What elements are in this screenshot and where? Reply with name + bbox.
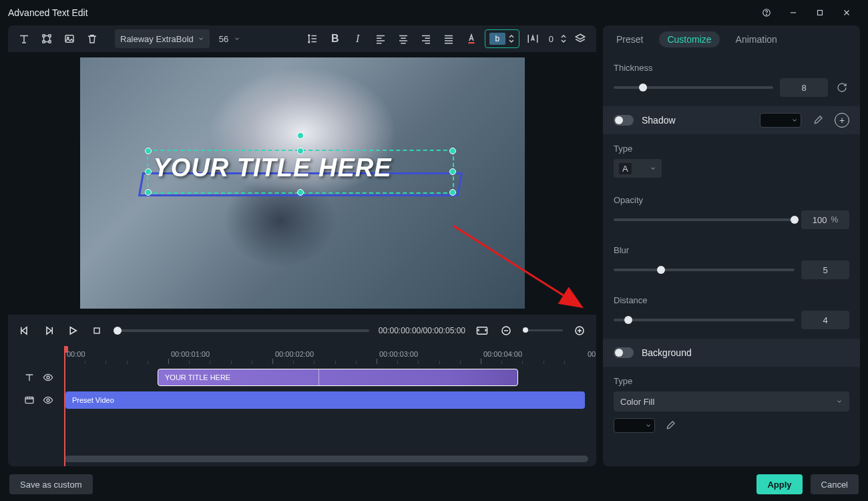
- italic-button[interactable]: I: [349, 29, 367, 48]
- tab-customize[interactable]: Customize: [659, 31, 719, 47]
- text-tool-icon[interactable]: [15, 29, 33, 48]
- svg-marker-29: [576, 34, 585, 39]
- tab-animation[interactable]: Animation: [734, 31, 779, 47]
- help-button[interactable]: [753, 0, 780, 25]
- svg-rect-3: [818, 11, 823, 15]
- thickness-reset-icon[interactable]: [835, 80, 849, 95]
- stop-button[interactable]: [89, 323, 104, 338]
- svg-rect-6: [43, 35, 45, 37]
- distance-label: Distance: [614, 295, 849, 305]
- bg-type-select[interactable]: Color Fill: [614, 391, 849, 411]
- thickness-slider[interactable]: [614, 86, 773, 89]
- window-title: Advanced Text Edit: [8, 7, 88, 18]
- distance-value[interactable]: 4: [801, 311, 849, 329]
- font-family-value: Raleway ExtraBold: [120, 34, 194, 44]
- shadow-color-swatch[interactable]: [760, 113, 801, 128]
- shadow-type-label: Type: [614, 144, 849, 154]
- shadow-picker-icon[interactable]: [809, 112, 827, 129]
- cancel-button[interactable]: Cancel: [811, 474, 859, 494]
- opacity-value[interactable]: 100%: [801, 210, 849, 229]
- playhead[interactable]: [64, 346, 65, 466]
- shadow-type-select[interactable]: A: [614, 159, 662, 178]
- zoom-slider[interactable]: [523, 329, 563, 331]
- title-text-box[interactable]: YOUR TITLE HERE: [147, 150, 454, 194]
- svg-marker-32: [22, 327, 27, 334]
- annotation-arrow: [447, 219, 594, 319]
- align-center-icon[interactable]: [394, 29, 413, 48]
- delete-icon[interactable]: [83, 29, 101, 48]
- ruler-tick: 00:00: [67, 350, 85, 358]
- transform-icon[interactable]: [37, 29, 56, 48]
- text-clip[interactable]: YOUR TITLE HERE: [158, 369, 518, 386]
- layers-icon[interactable]: [571, 29, 590, 48]
- shadow-toggle[interactable]: [614, 115, 634, 126]
- close-button[interactable]: [833, 0, 860, 25]
- ruler-tick: 00:00:02:00: [275, 350, 314, 358]
- align-right-icon[interactable]: [417, 29, 435, 48]
- text-visibility-icon[interactable]: [43, 372, 53, 383]
- svg-rect-37: [94, 328, 99, 333]
- blur-value[interactable]: 5: [801, 261, 849, 279]
- shadow-label: Shadow: [642, 115, 752, 126]
- bg-type-label: Type: [614, 376, 849, 386]
- step-back-button[interactable]: [17, 323, 32, 338]
- zoom-in-button[interactable]: [572, 323, 587, 338]
- bold-button[interactable]: B: [326, 29, 345, 48]
- aspect-button[interactable]: [475, 323, 489, 338]
- text-color-icon[interactable]: [462, 29, 481, 48]
- timecode: 00:00:00:00/00:00:05:00: [379, 326, 465, 335]
- svg-rect-10: [65, 35, 73, 43]
- bg-picker-icon[interactable]: [662, 417, 679, 434]
- background-toggle[interactable]: [614, 347, 634, 358]
- opacity-slider[interactable]: [614, 218, 795, 221]
- align-justify-icon[interactable]: [439, 29, 458, 48]
- svg-line-31: [453, 226, 580, 306]
- properties-panel: Preset Customize Animation Thickness 8 S…: [603, 25, 860, 466]
- background-section: Background: [603, 339, 860, 367]
- shadow-add-button[interactable]: +: [835, 113, 849, 128]
- seek-slider[interactable]: [114, 329, 369, 332]
- image-icon[interactable]: [60, 29, 79, 48]
- line-height-icon[interactable]: [303, 29, 322, 48]
- timeline-scrollbar[interactable]: [64, 456, 588, 462]
- ruler-tick: 00:00:03:00: [379, 350, 418, 358]
- apply-button[interactable]: Apply: [756, 474, 802, 494]
- bg-color-swatch[interactable]: [614, 418, 655, 433]
- distance-slider[interactable]: [614, 319, 795, 321]
- ruler[interactable]: 00:0000:00:01:0000:00:02:0000:00:03:0000…: [64, 346, 596, 366]
- zoom-out-button[interactable]: [499, 323, 513, 338]
- timeline: 00:0000:00:01:0000:00:02:0000:00:03:0000…: [8, 346, 596, 466]
- ruler-tick: 00:00:05: [588, 350, 596, 358]
- step-forward-button[interactable]: [41, 323, 56, 338]
- video-track-icon: [24, 395, 35, 405]
- preview-area: YOUR TITLE HERE: [8, 52, 596, 314]
- letter-spacing-icon[interactable]: [523, 29, 542, 48]
- panel-tabs: Preset Customize Animation: [603, 25, 860, 53]
- shadow-section: Shadow +: [603, 106, 860, 134]
- blur-label: Blur: [614, 245, 849, 255]
- font-size-input-box[interactable]: [485, 29, 519, 48]
- background-label: Background: [642, 347, 849, 358]
- svg-rect-9: [49, 41, 51, 43]
- font-size-select[interactable]: 56: [214, 29, 246, 48]
- tab-preset[interactable]: Preset: [615, 31, 644, 47]
- spacing-stepper[interactable]: [560, 33, 567, 44]
- minimize-button[interactable]: [780, 0, 807, 25]
- thickness-value[interactable]: 8: [780, 78, 828, 97]
- font-family-select[interactable]: Raleway ExtraBold: [115, 29, 210, 48]
- font-size-input[interactable]: [489, 33, 505, 45]
- play-button[interactable]: [65, 323, 80, 338]
- footer: Save as custom Apply Cancel: [0, 468, 868, 501]
- blur-slider[interactable]: [614, 269, 795, 271]
- align-left-icon[interactable]: [371, 29, 390, 48]
- video-clip[interactable]: Preset Video: [65, 391, 585, 409]
- svg-point-44: [47, 376, 49, 379]
- text-track-icon: [24, 372, 35, 383]
- maximize-button[interactable]: [807, 0, 833, 25]
- svg-rect-8: [43, 41, 45, 43]
- save-as-custom-button[interactable]: Save as custom: [9, 474, 93, 494]
- video-visibility-icon[interactable]: [43, 395, 53, 405]
- title-text: YOUR TITLE HERE: [154, 154, 392, 182]
- svg-marker-36: [70, 327, 76, 334]
- ruler-tick: 00:00:01:00: [171, 350, 210, 358]
